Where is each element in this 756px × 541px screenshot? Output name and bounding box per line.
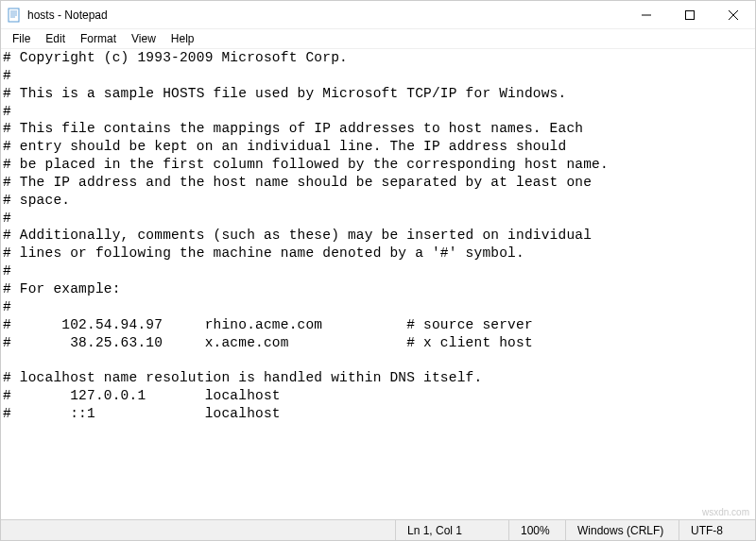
statusbar: Ln 1, Col 1 100% Windows (CRLF) UTF-8 — [1, 519, 755, 540]
window-controls — [625, 1, 755, 28]
menu-view[interactable]: View — [124, 31, 163, 46]
status-position: Ln 1, Col 1 — [396, 520, 509, 540]
svg-rect-6 — [686, 10, 695, 19]
watermark: wsxdn.com — [702, 507, 749, 517]
titlebar: hosts - Notepad — [1, 1, 755, 29]
close-button[interactable] — [712, 1, 755, 28]
status-encoding: UTF-8 — [679, 520, 755, 540]
notepad-icon — [7, 8, 22, 23]
status-zoom: 100% — [509, 520, 566, 540]
status-spacer — [1, 520, 396, 540]
maximize-button[interactable] — [668, 1, 712, 28]
menu-format[interactable]: Format — [73, 31, 124, 46]
window-title: hosts - Notepad — [27, 8, 625, 22]
minimize-button[interactable] — [625, 1, 668, 28]
menu-file[interactable]: File — [5, 31, 38, 46]
menu-edit[interactable]: Edit — [38, 31, 73, 46]
text-editor[interactable]: # Copyright (c) 1993-2009 Microsoft Corp… — [1, 48, 755, 518]
status-line-ending: Windows (CRLF) — [566, 520, 679, 540]
menubar: File Edit Format View Help — [1, 29, 755, 48]
menu-help[interactable]: Help — [163, 31, 202, 46]
